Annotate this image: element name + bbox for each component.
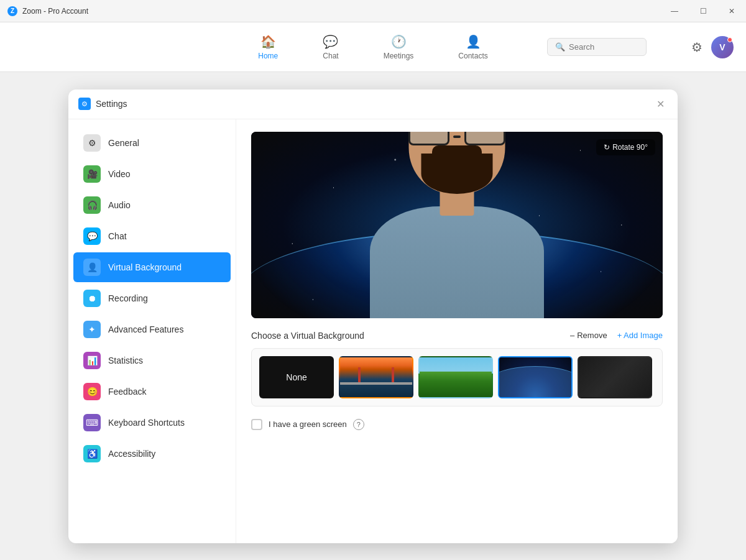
add-image-button[interactable]: + Add Image [617, 331, 663, 340]
sidebar-item-statistics[interactable]: 📊 Statistics [73, 346, 231, 375]
content-area: ↻ Rotate 90° Choose a Virtual Background… [236, 119, 678, 543]
sidebar-keyboard-label: Keyboard Shortcuts [108, 418, 185, 428]
remove-label: Remove [577, 331, 607, 340]
main-area: ⚙ Settings ✕ ⚙ General 🎥 Video 🎧 Audio [0, 72, 746, 560]
app-logo: Z [7, 6, 17, 16]
choose-bg-title: Choose a Virtual Background [251, 331, 364, 341]
nav-item-chat[interactable]: 💬 Chat [313, 29, 348, 65]
sidebar-feedback-label: Feedback [108, 387, 146, 397]
sidebar-item-keyboard-shortcuts[interactable]: ⌨ Keyboard Shortcuts [73, 408, 231, 438]
feedback-icon: 😊 [83, 383, 101, 400]
sidebar-item-chat[interactable]: 💬 Chat [73, 221, 231, 251]
avatar[interactable]: V [711, 36, 734, 58]
nav-contacts-label: Contacts [458, 52, 487, 60]
sidebar-accessibility-label: Accessibility [108, 449, 155, 459]
rotate-button[interactable]: ↻ Rotate 90° [596, 139, 655, 155]
modal-body: ⚙ General 🎥 Video 🎧 Audio 💬 Chat 👤 [68, 119, 678, 543]
sidebar-recording-label: Recording [108, 293, 148, 303]
sidebar-item-advanced-features[interactable]: ✦ Advanced Features [73, 314, 231, 344]
nav-item-contacts[interactable]: 👤 Contacts [448, 29, 497, 65]
rotate-icon: ↻ [604, 143, 610, 152]
modal-close-button[interactable]: ✕ [653, 96, 668, 111]
modal-header: ⚙ Settings ✕ [68, 90, 678, 119]
video-icon: 🎥 [83, 165, 101, 183]
keyboard-shortcuts-icon: ⌨ [83, 414, 101, 431]
sidebar-chat-label: Chat [108, 231, 127, 241]
sidebar-statistics-label: Statistics [108, 356, 143, 365]
window-controls: — ☐ ✕ [660, 0, 746, 22]
nav-home-label: Home [258, 52, 278, 60]
background-grid: None [251, 348, 663, 406]
remove-button[interactable]: – Remove [570, 331, 607, 340]
sidebar-advanced-label: Advanced Features [108, 324, 183, 334]
recording-icon: ⏺ [83, 290, 101, 307]
nav-item-home[interactable]: 🏠 Home [248, 29, 288, 65]
contacts-icon: 👤 [466, 34, 481, 49]
app-title: Zoom - Pro Account [22, 7, 88, 16]
sidebar-item-video[interactable]: 🎥 Video [73, 159, 231, 189]
rotate-label: Rotate 90° [612, 143, 648, 152]
meetings-icon: 🕐 [391, 34, 407, 49]
search-icon: 🔍 [555, 42, 565, 52]
nav-chat-label: Chat [323, 52, 338, 60]
video-background [251, 132, 663, 318]
sidebar-general-label: General [108, 138, 139, 148]
sidebar-item-feedback[interactable]: 😊 Feedback [73, 377, 231, 406]
modal-title: Settings [96, 99, 127, 109]
sidebar-video-label: Video [108, 169, 131, 179]
chat-nav-icon: 💬 [323, 34, 338, 49]
nav-meetings-label: Meetings [384, 52, 414, 60]
maximize-button[interactable]: ☐ [689, 0, 717, 22]
add-image-label: + Add Image [617, 331, 663, 340]
green-screen-row: I have a green screen ? [251, 419, 663, 430]
sidebar-vbg-label: Virtual Background [108, 262, 182, 272]
video-preview: ↻ Rotate 90° [251, 132, 663, 318]
close-button[interactable]: ✕ [717, 0, 746, 22]
chat-icon: 💬 [83, 227, 101, 245]
home-icon: 🏠 [260, 34, 276, 49]
virtual-background-icon: 👤 [83, 259, 101, 276]
search-input[interactable] [569, 42, 638, 52]
sidebar-item-audio[interactable]: 🎧 Audio [73, 190, 231, 220]
minus-icon: – [570, 331, 574, 340]
sidebar-item-recording[interactable]: ⏺ Recording [73, 283, 231, 313]
advanced-features-icon: ✦ [83, 321, 101, 338]
nav-items: 🏠 Home 💬 Chat 🕐 Meetings 👤 Contacts [248, 29, 497, 65]
green-screen-label: I have a green screen [269, 420, 347, 429]
audio-icon: 🎧 [83, 196, 101, 214]
sidebar-audio-label: Audio [108, 200, 131, 210]
nav-item-meetings[interactable]: 🕐 Meetings [374, 29, 424, 65]
bg-thumb-dark[interactable] [578, 356, 652, 398]
sidebar-item-virtual-background[interactable]: 👤 Virtual Background [73, 252, 231, 282]
help-icon[interactable]: ? [353, 419, 364, 430]
bg-thumb-space[interactable] [498, 356, 573, 398]
bg-thumb-none[interactable]: None [259, 356, 334, 398]
top-nav: 🏠 Home 💬 Chat 🕐 Meetings 👤 Contacts 🔍 ⚙ … [0, 22, 746, 72]
accessibility-icon: ♿ [83, 445, 101, 462]
sidebar-item-accessibility[interactable]: ♿ Accessibility [73, 439, 231, 469]
modal-header-icon: ⚙ [78, 98, 91, 110]
sidebar-item-general[interactable]: ⚙ General [73, 128, 231, 158]
section-actions: – Remove + Add Image [570, 331, 663, 340]
section-header: Choose a Virtual Background – Remove + A… [251, 331, 663, 341]
settings-modal: ⚙ Settings ✕ ⚙ General 🎥 Video 🎧 Audio [68, 90, 678, 543]
none-label: None [286, 372, 306, 382]
title-bar: Z Zoom - Pro Account — ☐ ✕ [0, 0, 746, 22]
green-screen-checkbox[interactable] [251, 419, 262, 430]
bg-thumb-grass[interactable] [418, 356, 493, 398]
settings-sidebar: ⚙ General 🎥 Video 🎧 Audio 💬 Chat 👤 [68, 119, 236, 543]
search-box[interactable]: 🔍 [547, 38, 647, 56]
minimize-button[interactable]: — [660, 0, 689, 22]
notification-dot [727, 37, 732, 42]
settings-gear-icon[interactable]: ⚙ [691, 40, 702, 55]
statistics-icon: 📊 [83, 352, 101, 369]
general-icon: ⚙ [83, 134, 101, 152]
bg-thumb-golden-gate[interactable] [339, 356, 413, 398]
